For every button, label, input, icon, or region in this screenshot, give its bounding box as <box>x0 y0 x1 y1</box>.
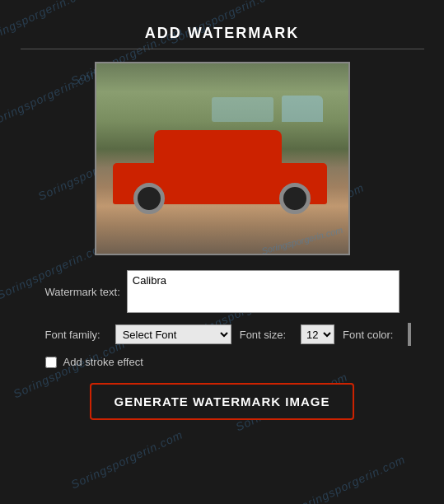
stroke-effect-checkbox[interactable] <box>45 357 57 368</box>
font-size-select[interactable]: 8 10 12 14 16 18 24 36 48 <box>301 324 334 344</box>
stroke-effect-row: Add stroke effect <box>45 356 400 368</box>
form-section: Watermark text: Calibra Font family: Sel… <box>21 270 424 420</box>
main-content: ADD WATERMARK Soringsporgerin.com Waterm… <box>0 0 444 420</box>
preview-inner: Soringsporgerin.com <box>96 63 348 254</box>
car-window-rear <box>212 97 273 122</box>
car-top <box>154 130 282 165</box>
car-illustration <box>113 134 327 204</box>
font-family-select[interactable]: Select Font Arial Times New Roman Calibr… <box>115 324 231 344</box>
font-color-label: Font color: <box>343 329 393 341</box>
car-window-front <box>282 96 323 122</box>
font-color-picker[interactable] <box>408 323 411 346</box>
title-divider <box>21 49 424 49</box>
wheel-right <box>279 183 311 214</box>
page-title: ADD WATERMARK <box>145 25 300 42</box>
stroke-effect-label: Add stroke effect <box>63 356 143 368</box>
font-options-row: Font family: Select Font Arial Times New… <box>45 323 400 346</box>
generate-watermark-button[interactable]: GENERATE WATERMARK IMAGE <box>90 383 355 420</box>
image-preview: Soringsporgerin.com <box>95 62 350 255</box>
font-family-label: Font family: <box>45 329 100 341</box>
preview-watermark: Soringsporgerin.com <box>260 225 344 255</box>
font-size-label: Font size: <box>240 329 286 341</box>
watermark-text-row: Watermark text: Calibra <box>45 270 400 313</box>
wheel-left <box>133 183 165 214</box>
watermark-text-label: Watermark text: <box>45 286 120 298</box>
watermark-text-input[interactable]: Calibra <box>127 270 400 313</box>
